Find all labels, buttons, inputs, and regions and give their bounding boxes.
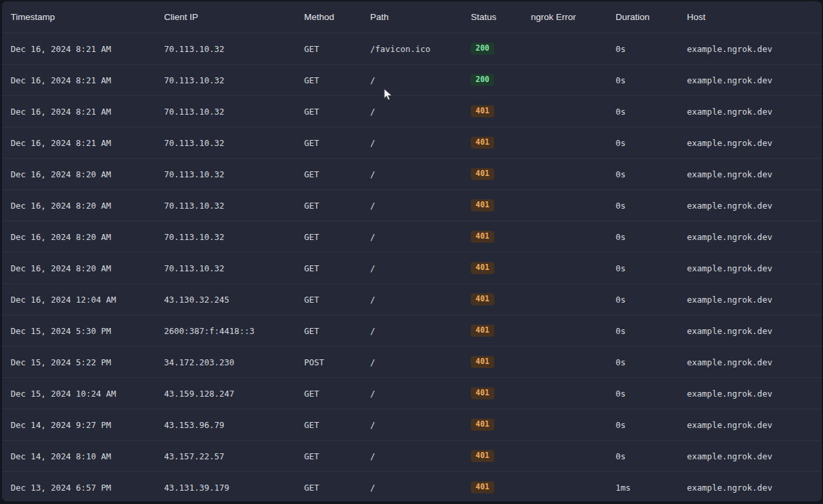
method-cell: GET — [304, 483, 370, 493]
client-ip-cell: 70.113.10.32 — [164, 232, 304, 242]
table-row[interactable]: Dec 14, 2024 9:27 PM 43.153.96.79 GET / … — [2, 409, 822, 440]
status-cell: 401 — [471, 262, 531, 275]
host-cell: example.ngrok.dev — [687, 44, 822, 54]
table-row[interactable]: Dec 16, 2024 8:20 AM 70.113.10.32 GET / … — [2, 158, 822, 189]
path-cell: /favicon.ico — [370, 44, 471, 54]
client-ip-cell: 34.172.203.230 — [164, 357, 304, 367]
host-cell: example.ngrok.dev — [687, 420, 822, 430]
status-badge: 401 — [471, 231, 494, 243]
client-ip-cell: 43.131.39.179 — [164, 483, 304, 493]
status-badge: 401 — [471, 325, 494, 337]
status-cell: 401 — [471, 387, 531, 400]
status-badge: 401 — [471, 293, 494, 306]
path-cell: / — [370, 483, 471, 493]
method-cell: GET — [304, 420, 370, 430]
table-row[interactable]: Dec 16, 2024 8:20 AM 70.113.10.32 GET / … — [2, 252, 822, 283]
timestamp-cell: Dec 15, 2024 5:30 PM — [2, 326, 164, 336]
duration-cell: 0s — [616, 451, 687, 461]
host-cell: example.ngrok.dev — [687, 263, 822, 273]
table-row[interactable]: Dec 15, 2024 5:30 PM 2600:387:f:4418::3 … — [2, 315, 822, 346]
table-row[interactable]: Dec 16, 2024 8:21 AM 70.113.10.32 GET / … — [2, 127, 822, 158]
method-cell: GET — [304, 44, 370, 54]
path-cell: / — [370, 201, 471, 211]
status-badge: 401 — [471, 105, 494, 118]
method-cell: GET — [304, 389, 370, 399]
host-cell: example.ngrok.dev — [687, 75, 822, 85]
path-cell: / — [370, 263, 471, 273]
status-badge: 401 — [471, 387, 494, 400]
status-badge: 401 — [471, 356, 494, 369]
timestamp-cell: Dec 13, 2024 6:57 PM — [2, 483, 164, 493]
timestamp-cell: Dec 16, 2024 8:21 AM — [2, 44, 164, 54]
method-cell: GET — [304, 451, 370, 461]
table-row[interactable]: Dec 16, 2024 8:21 AM 70.113.10.32 GET / … — [2, 95, 822, 127]
column-header-status: Status — [471, 12, 531, 22]
host-cell: example.ngrok.dev — [687, 107, 822, 117]
duration-cell: 0s — [616, 326, 687, 336]
path-cell: / — [370, 389, 471, 399]
table-row[interactable]: Dec 13, 2024 6:57 PM 43.131.39.179 GET /… — [2, 471, 822, 501]
host-cell: example.ngrok.dev — [687, 232, 822, 242]
table-header-row: Timestamp Client IP Method Path Status n… — [2, 1, 822, 33]
status-badge: 401 — [471, 199, 494, 212]
host-cell: example.ngrok.dev — [687, 295, 822, 305]
table-row[interactable]: Dec 16, 2024 8:20 AM 70.113.10.32 GET / … — [2, 189, 822, 221]
path-cell: / — [370, 326, 471, 336]
column-header-duration: Duration — [616, 12, 687, 22]
status-badge: 401 — [471, 481, 494, 494]
duration-cell: 0s — [616, 44, 687, 54]
path-cell: / — [370, 75, 471, 85]
method-cell: GET — [304, 232, 370, 242]
status-cell: 401 — [471, 231, 531, 243]
path-cell: / — [370, 357, 471, 367]
column-header-timestamp: Timestamp — [2, 12, 164, 22]
client-ip-cell: 43.153.96.79 — [164, 420, 304, 430]
status-badge: 401 — [471, 168, 494, 181]
timestamp-cell: Dec 16, 2024 8:20 AM — [2, 263, 164, 273]
client-ip-cell: 43.159.128.247 — [164, 389, 304, 399]
client-ip-cell: 70.113.10.32 — [164, 44, 304, 54]
duration-cell: 0s — [616, 169, 687, 179]
status-badge: 401 — [471, 137, 494, 149]
timestamp-cell: Dec 16, 2024 8:20 AM — [2, 201, 164, 211]
status-cell: 401 — [471, 199, 531, 212]
method-cell: GET — [304, 138, 370, 148]
status-badge: 200 — [471, 43, 494, 55]
path-cell: / — [370, 420, 471, 430]
timestamp-cell: Dec 15, 2024 10:24 AM — [2, 389, 164, 399]
method-cell: GET — [304, 75, 370, 85]
timestamp-cell: Dec 16, 2024 8:20 AM — [2, 232, 164, 242]
table-row[interactable]: Dec 15, 2024 5:22 PM 34.172.203.230 POST… — [2, 346, 822, 377]
table-row[interactable]: Dec 15, 2024 10:24 AM 43.159.128.247 GET… — [2, 377, 822, 409]
path-cell: / — [370, 138, 471, 148]
timestamp-cell: Dec 16, 2024 12:04 AM — [2, 295, 164, 305]
host-cell: example.ngrok.dev — [687, 326, 822, 336]
duration-cell: 0s — [616, 138, 687, 148]
duration-cell: 1ms — [616, 483, 687, 493]
duration-cell: 0s — [616, 232, 687, 242]
table-row[interactable]: Dec 16, 2024 8:20 AM 70.113.10.32 GET / … — [2, 221, 822, 252]
status-cell: 401 — [471, 293, 531, 306]
method-cell: GET — [304, 201, 370, 211]
method-cell: GET — [304, 169, 370, 179]
duration-cell: 0s — [616, 357, 687, 367]
timestamp-cell: Dec 15, 2024 5:22 PM — [2, 357, 164, 367]
table-row[interactable]: Dec 16, 2024 8:21 AM 70.113.10.32 GET /f… — [2, 33, 822, 64]
duration-cell: 0s — [616, 295, 687, 305]
host-cell: example.ngrok.dev — [687, 169, 822, 179]
status-cell: 401 — [471, 137, 531, 149]
status-cell: 401 — [471, 356, 531, 369]
table-row[interactable]: Dec 16, 2024 12:04 AM 43.130.32.245 GET … — [2, 283, 822, 315]
status-cell: 401 — [471, 325, 531, 337]
client-ip-cell: 43.130.32.245 — [164, 295, 304, 305]
status-cell: 401 — [471, 105, 531, 118]
status-badge: 401 — [471, 262, 494, 275]
client-ip-cell: 70.113.10.32 — [164, 263, 304, 273]
table-row[interactable]: Dec 16, 2024 8:21 AM 70.113.10.32 GET / … — [2, 64, 822, 95]
host-cell: example.ngrok.dev — [687, 483, 822, 493]
duration-cell: 0s — [616, 75, 687, 85]
column-header-host: Host — [687, 12, 822, 22]
status-badge: 401 — [471, 450, 494, 463]
table-body: Dec 16, 2024 8:21 AM 70.113.10.32 GET /f… — [2, 33, 822, 501]
table-row[interactable]: Dec 14, 2024 8:10 AM 43.157.22.57 GET / … — [2, 440, 822, 471]
